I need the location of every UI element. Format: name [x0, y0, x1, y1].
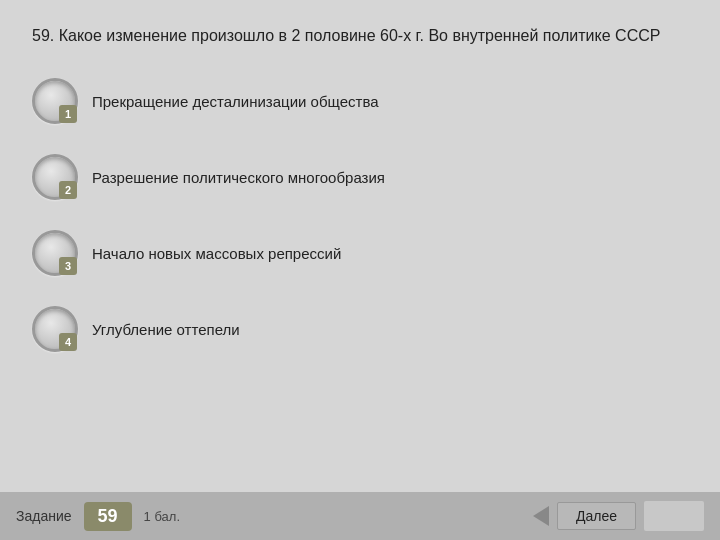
next-button[interactable]: Далее — [557, 502, 636, 530]
answer-item-2[interactable]: 2 Разрешение политического многообразия — [32, 144, 688, 210]
main-content: 59. Какое изменение произошло в 2 полови… — [0, 0, 720, 492]
answer-item-3[interactable]: 3 Начало новых массовых репрессий — [32, 220, 688, 286]
footer-right-decoration — [644, 501, 704, 531]
answer-item-1[interactable]: 1 Прекращение десталинизации общества — [32, 68, 688, 134]
footer-score: 1 бал. — [144, 509, 521, 524]
footer: Задание 59 1 бал. Далее — [0, 492, 720, 540]
footer-question-number: 59 — [84, 502, 132, 531]
question-text: 59. Какое изменение произошло в 2 полови… — [32, 24, 688, 48]
radio-button-4[interactable]: 4 — [32, 306, 78, 352]
footer-nav: Далее — [533, 501, 704, 531]
answer-text-3: Начало новых массовых репрессий — [92, 243, 341, 264]
answer-number-3: 3 — [59, 257, 77, 275]
answer-number-2: 2 — [59, 181, 77, 199]
answer-text-1: Прекращение десталинизации общества — [92, 91, 379, 112]
radio-button-3[interactable]: 3 — [32, 230, 78, 276]
radio-button-1[interactable]: 1 — [32, 78, 78, 124]
footer-zadanie-label: Задание — [16, 508, 72, 524]
answer-number-1: 1 — [59, 105, 77, 123]
answers-list: 1 Прекращение десталинизации общества 2 … — [32, 68, 688, 476]
answer-text-2: Разрешение политического многообразия — [92, 167, 385, 188]
radio-button-2[interactable]: 2 — [32, 154, 78, 200]
answer-text-4: Углубление оттепели — [92, 319, 240, 340]
answer-item-4[interactable]: 4 Углубление оттепели — [32, 296, 688, 362]
prev-arrow-icon[interactable] — [533, 506, 549, 526]
answer-number-4: 4 — [59, 333, 77, 351]
